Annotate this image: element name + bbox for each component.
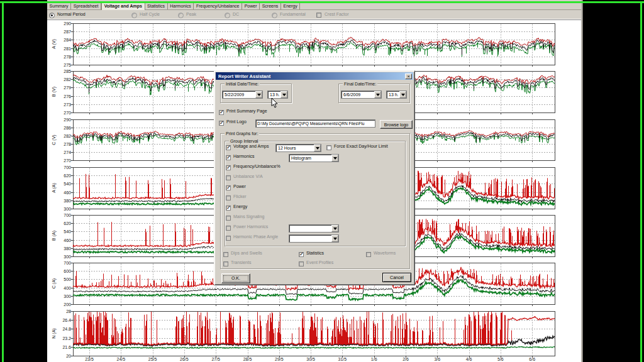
svg-text:2/6: 2/6	[402, 357, 409, 361]
svg-text:284: 284	[64, 38, 71, 42]
svg-text:25/5: 25/5	[148, 357, 157, 361]
svg-text:26.4: 26.4	[62, 318, 71, 322]
svg-text:620: 620	[64, 173, 71, 178]
svg-text:B (V): B (V)	[52, 87, 57, 97]
svg-text:540: 540	[64, 229, 71, 234]
svg-text:275: 275	[64, 63, 71, 67]
svg-text:6/6: 6/6	[529, 357, 535, 361]
svg-text:290: 290	[64, 21, 71, 26]
svg-text:27/5: 27/5	[211, 357, 220, 361]
svg-text:24/5: 24/5	[116, 357, 125, 361]
svg-text:20: 20	[66, 354, 71, 358]
svg-text:286: 286	[64, 126, 71, 130]
svg-text:N (A): N (A)	[52, 328, 57, 338]
svg-text:700: 700	[64, 165, 71, 170]
svg-text:28: 28	[66, 309, 71, 314]
svg-text:26/5: 26/5	[180, 357, 189, 361]
svg-text:C (A): C (A)	[52, 278, 57, 288]
svg-text:4/6: 4/6	[466, 357, 472, 361]
svg-text:278: 278	[64, 142, 71, 146]
svg-text:278: 278	[64, 55, 71, 59]
svg-text:5/6: 5/6	[497, 357, 504, 361]
svg-text:700: 700	[64, 261, 71, 265]
svg-text:600: 600	[64, 269, 71, 273]
svg-text:282: 282	[64, 77, 71, 82]
svg-text:3/6: 3/6	[434, 357, 440, 361]
svg-text:300: 300	[64, 255, 71, 259]
svg-text:31/5: 31/5	[338, 357, 347, 361]
svg-text:400: 400	[64, 286, 71, 290]
svg-text:281: 281	[64, 47, 71, 51]
svg-text:285: 285	[64, 69, 71, 74]
svg-text:21.6: 21.6	[62, 345, 71, 349]
svg-text:273: 273	[64, 102, 71, 107]
svg-text:274: 274	[64, 150, 71, 155]
svg-text:700: 700	[64, 213, 71, 217]
svg-text:23/5: 23/5	[85, 357, 94, 361]
svg-text:290: 290	[64, 118, 71, 122]
svg-text:28/5: 28/5	[243, 357, 252, 361]
svg-text:300: 300	[64, 207, 71, 211]
svg-text:A (V): A (V)	[52, 39, 57, 49]
svg-text:282: 282	[64, 134, 71, 138]
svg-text:A (A): A (A)	[52, 183, 57, 193]
svg-text:270: 270	[64, 111, 71, 115]
svg-text:500: 500	[64, 277, 71, 282]
svg-text:C (V): C (V)	[52, 134, 57, 145]
svg-text:30/5: 30/5	[306, 357, 315, 361]
svg-text:276: 276	[64, 94, 71, 99]
svg-text:23.2: 23.2	[62, 336, 71, 341]
svg-text:1/6: 1/6	[371, 357, 377, 361]
svg-text:620: 620	[64, 221, 71, 226]
svg-text:540: 540	[64, 182, 71, 186]
svg-text:460: 460	[64, 238, 71, 243]
svg-text:287: 287	[64, 30, 71, 34]
svg-text:380: 380	[64, 199, 71, 203]
svg-text:29/5: 29/5	[275, 357, 284, 361]
svg-text:380: 380	[64, 246, 71, 251]
svg-text:24.8: 24.8	[62, 327, 71, 331]
svg-text:300: 300	[64, 294, 71, 299]
svg-text:200: 200	[64, 302, 71, 307]
svg-text:279: 279	[64, 85, 71, 90]
svg-text:B (A): B (A)	[52, 231, 57, 241]
svg-text:270: 270	[64, 158, 71, 163]
svg-text:460: 460	[64, 190, 71, 195]
